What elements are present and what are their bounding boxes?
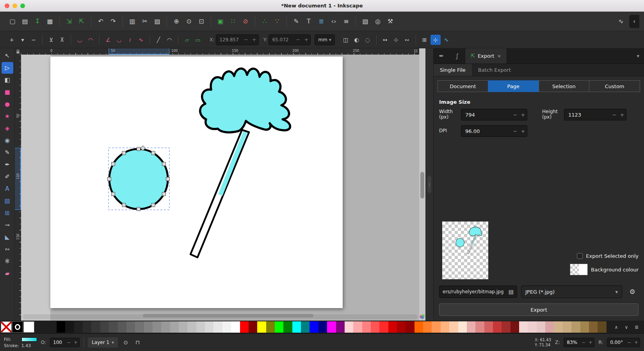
opacity-minus-button[interactable]: − xyxy=(65,340,72,345)
mesh-tool[interactable]: ⊞ xyxy=(2,207,13,219)
palette-swatch[interactable] xyxy=(415,321,423,333)
y-coordinate-value[interactable]: 65.072 xyxy=(269,37,294,43)
palette-swatch[interactable] xyxy=(493,321,502,333)
edit-mask-icon[interactable]: ◐ xyxy=(352,35,362,45)
palette-swatch[interactable] xyxy=(467,321,475,333)
segment-curve-icon[interactable]: ◠ xyxy=(164,35,174,45)
color-management-icon[interactable] xyxy=(420,314,425,319)
palette-swatch[interactable] xyxy=(74,321,83,333)
create-clone-icon[interactable]: ∷ xyxy=(227,16,239,27)
node-handle[interactable] xyxy=(162,192,165,196)
rotation-minus-button[interactable]: − xyxy=(626,340,633,345)
x-coordinate-value[interactable]: 129.857 xyxy=(216,37,242,43)
panel-splitter[interactable]: ⋮ xyxy=(425,48,433,321)
layer-selector[interactable]: Layer 1 ▾ xyxy=(88,337,118,347)
layer-lock-icon[interactable]: ⊓ xyxy=(133,339,141,346)
palette-swatch[interactable] xyxy=(519,321,528,333)
layers-dialog-icon[interactable]: ≣ xyxy=(315,16,327,27)
new-document-icon[interactable]: ▢ xyxy=(7,16,18,27)
zoom-window-button[interactable] xyxy=(20,4,25,8)
palette-swatch[interactable] xyxy=(231,321,240,333)
no-color-swatch[interactable] xyxy=(1,321,12,333)
minimize-window-button[interactable] xyxy=(12,4,17,8)
stem-inner-shape[interactable] xyxy=(471,236,476,245)
segment-line-icon[interactable]: ╱ xyxy=(153,35,164,45)
export-icon[interactable]: ⇱ xyxy=(76,16,87,27)
white-quick-swatch[interactable] xyxy=(23,321,34,333)
fill-stroke-dialog-icon[interactable]: ✎ xyxy=(290,16,302,27)
calligraphy-tool[interactable]: ✐ xyxy=(2,171,13,183)
palette-swatch[interactable] xyxy=(161,321,170,333)
dpi-minus-button[interactable]: − xyxy=(511,128,519,134)
join-segment-icon[interactable]: ◡ xyxy=(75,35,85,45)
shape-builder-tool[interactable]: ◧ xyxy=(2,74,13,86)
snap-nodes-icon[interactable]: ⊹ xyxy=(431,35,441,45)
node-corner-icon[interactable]: ∠ xyxy=(103,35,113,45)
opacity-plus-button[interactable]: + xyxy=(72,340,79,345)
snap-bbox-icon[interactable]: ⊞ xyxy=(420,35,430,45)
panel-menu-chevron-icon[interactable]: ▾ xyxy=(632,53,644,59)
dpi-value[interactable]: 96.00 xyxy=(461,128,511,134)
palette-scroll-up-icon[interactable]: ∧ xyxy=(612,323,621,332)
palette-menu-icon[interactable]: ≣ xyxy=(632,323,641,332)
fill-stroke-dialog-tab-icon[interactable]: ✒ xyxy=(434,48,449,64)
palette-swatch[interactable] xyxy=(475,321,484,333)
palette-swatch[interactable] xyxy=(170,321,179,333)
background-colour-swatch[interactable] xyxy=(570,264,588,275)
palette-swatch[interactable] xyxy=(283,321,292,333)
dpi-input[interactable]: 96.00 − + xyxy=(461,125,527,137)
find-icon[interactable]: ◎ xyxy=(372,16,384,27)
show-handles-icon[interactable]: ⊹ xyxy=(391,35,401,45)
y-minus-button[interactable]: − xyxy=(294,37,302,43)
x-plus-button[interactable]: + xyxy=(250,37,258,43)
palette-scroll-down-icon[interactable]: ∨ xyxy=(622,323,631,332)
paste-icon[interactable]: ▨ xyxy=(151,16,163,27)
palette-swatch[interactable] xyxy=(327,321,336,333)
palette-swatch[interactable] xyxy=(362,321,371,333)
object-to-path-icon[interactable]: ▱ xyxy=(182,35,192,45)
width-value[interactable]: 794 xyxy=(461,112,511,118)
xml-editor-icon[interactable]: ‹› xyxy=(328,16,340,27)
node-handle[interactable] xyxy=(137,207,141,211)
eraser-tool[interactable]: ▰ xyxy=(2,268,13,279)
show-path-outline-icon[interactable]: ∾ xyxy=(402,35,412,45)
zoom-plus-button[interactable]: + xyxy=(587,340,594,345)
palette-swatch[interactable] xyxy=(397,321,406,333)
import-icon[interactable]: ⇲ xyxy=(63,16,75,27)
width-input[interactable]: 794 − + xyxy=(461,109,527,121)
palette-swatch[interactable] xyxy=(598,321,606,333)
node-auto-icon[interactable]: ∿ xyxy=(136,35,146,45)
rectangle-tool[interactable]: ■ xyxy=(2,86,13,98)
ruler-corner[interactable] xyxy=(15,48,21,55)
rotation-value[interactable]: 0.00° xyxy=(607,340,626,345)
palette-swatch[interactable] xyxy=(301,321,310,333)
y-plus-button[interactable]: + xyxy=(302,37,310,43)
zoom-drawing-icon[interactable]: ⊙ xyxy=(183,16,195,27)
stem-inner-shape[interactable] xyxy=(218,131,247,196)
zoom-value[interactable]: 83% xyxy=(564,340,580,345)
close-window-button[interactable] xyxy=(5,4,9,8)
group-objects-icon[interactable]: ∴ xyxy=(259,16,270,27)
palette-swatch[interactable] xyxy=(100,321,109,333)
duplicate-icon[interactable]: ▣ xyxy=(215,16,226,27)
rotation-input[interactable]: 0.00° − + xyxy=(607,338,640,347)
export-button[interactable]: Export xyxy=(439,303,639,316)
palette-swatch[interactable] xyxy=(449,321,458,333)
zoom-page-icon[interactable]: ⊡ xyxy=(196,16,207,27)
height-input[interactable]: 1123 − + xyxy=(564,109,626,121)
palette-swatch[interactable] xyxy=(240,321,249,333)
horizontal-scrollbar[interactable] xyxy=(23,314,418,319)
join-nodes-icon[interactable]: ⊼ xyxy=(57,35,67,45)
palette-swatch[interactable] xyxy=(135,321,144,333)
box3d-tool[interactable]: ◈ xyxy=(2,122,13,134)
palette-swatch[interactable] xyxy=(153,321,161,333)
print-icon[interactable]: ▦ xyxy=(44,16,56,27)
height-value[interactable]: 1123 xyxy=(564,112,610,118)
cut-icon[interactable]: ✂ xyxy=(139,16,151,27)
dpi-plus-button[interactable]: + xyxy=(519,128,527,134)
vertical-scrollbar[interactable] xyxy=(419,48,425,321)
snap-toggle-icon[interactable]: ∿ xyxy=(615,16,627,27)
unit-dropdown[interactable]: mm ▾ xyxy=(315,34,334,45)
export-area-page[interactable]: Page xyxy=(488,80,539,92)
palette-swatch[interactable] xyxy=(379,321,388,333)
